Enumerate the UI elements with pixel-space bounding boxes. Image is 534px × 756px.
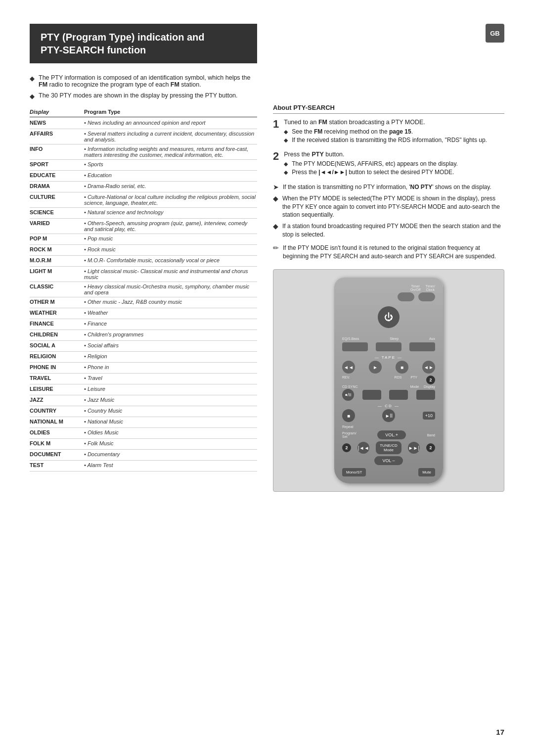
row-display-22: LEISURE	[30, 386, 84, 392]
pencil-notes: ✏ If the PTY MODE isn't found it is retu…	[273, 244, 504, 261]
cd-play-btn[interactable]: ►II	[382, 409, 395, 422]
row-type-29: • Alarm Test	[84, 462, 257, 468]
pty-btn[interactable]	[416, 390, 435, 400]
row-display-0: NEWS	[30, 120, 84, 126]
tape-label: — TAPE —	[342, 355, 435, 360]
mode-label: Mode	[410, 385, 419, 388]
row-display-17: CHILDREN	[30, 331, 84, 337]
aux-btn[interactable]	[409, 342, 435, 351]
cd-sync-label: CD SYNC	[342, 385, 358, 388]
arrow-icon-1: ➤	[273, 183, 279, 191]
table-row: DRAMA • Drama-Radio serial, etc.	[30, 182, 257, 192]
power-button[interactable]: ⏻	[378, 306, 400, 328]
tune-cd-mode-btn[interactable]: TUNE/CDMode	[376, 441, 401, 454]
row-display-18: SOCIAL A	[30, 342, 84, 348]
row-type-0: • News including an announced opinion an…	[84, 120, 257, 126]
row-type-17: • Children's programmes	[84, 331, 257, 337]
mono-st-btn[interactable]: Mono/ST	[342, 468, 366, 476]
tape-fwd-btn[interactable]: ◄►	[422, 361, 435, 374]
row-display-12: LIGHT M	[30, 268, 84, 274]
row-type-10: • Rock music	[84, 246, 257, 252]
timer-on-off-label: TimerOn/Off	[410, 284, 421, 291]
row-display-1: AFFAIRS	[30, 131, 84, 137]
page-number: 17	[496, 728, 504, 736]
row-display-14: OTHER M	[30, 299, 84, 305]
sleep-btn[interactable]	[376, 342, 401, 351]
table-row: VARIED • Others-Speech, amusing program …	[30, 219, 257, 234]
skip-back-btn[interactable]: |◄◄	[357, 442, 369, 454]
row-type-16: • Finance	[84, 321, 257, 327]
tape-rew-btn[interactable]: ◄◄	[342, 361, 355, 374]
intro-item-2: ◆ The 30 PTY modes are shown in the disp…	[30, 92, 257, 100]
table-row: RELIGION • Religion	[30, 352, 257, 363]
step-1: 1 Tuned to an FM station broadcasting a …	[273, 119, 504, 145]
note-arrow-2: ◆ When the PTY MODE is selected(The PTY …	[273, 194, 504, 219]
row-display-16: FINANCE	[30, 321, 84, 327]
aux-label: Aux	[429, 337, 435, 340]
note-arrow-3: ◆ If a station found broadcasting requir…	[273, 222, 504, 239]
arrow-icon-3: ◆	[273, 222, 278, 230]
intro-section: ◆ The PTY information is composed of an …	[30, 74, 257, 100]
row-display-7: SCIENCE	[30, 209, 84, 215]
row-display-5: DRAMA	[30, 183, 84, 189]
eq-bass-btn[interactable]	[342, 342, 368, 351]
vol-minus-btn[interactable]: VOL –	[374, 456, 402, 465]
table-row: CLASSIC • Heavy classical music-Orchestr…	[30, 282, 257, 297]
table-row: DOCUMENT • Documentary	[30, 450, 257, 461]
sleep-label: Sleep	[390, 337, 399, 340]
row-display-19: RELIGION	[30, 353, 84, 359]
table-row: M.O.R.M • M.O.R- Comfortable music, occa…	[30, 256, 257, 267]
row-type-8: • Others-Speech, amusing program (quiz, …	[84, 220, 257, 232]
table-row: NEWS • News including an announced opini…	[30, 118, 257, 129]
page: GB PTY (Program Type) indication and PTY…	[0, 0, 534, 756]
plus10-btn[interactable]: +10	[423, 412, 435, 420]
row-type-21: • Travel	[84, 375, 257, 381]
table-row: NATIONAL M • National Music	[30, 417, 257, 428]
repeat-label: Repeat	[342, 425, 435, 428]
cd-sync-rec-btn[interactable]: ●/II	[342, 389, 354, 401]
table-row: TEST • Alarm Test	[30, 461, 257, 472]
row-display-29: TEST	[30, 462, 84, 468]
step1-bullet2-icon: ◆	[284, 137, 288, 143]
table-row: COUNTRY • Country Music	[30, 406, 257, 417]
row-type-3: • Sports	[84, 161, 257, 167]
row-display-25: NATIONAL M	[30, 419, 84, 425]
row-type-13: • Heavy classical music-Orchestra music,…	[84, 284, 257, 295]
cd-stop-btn[interactable]: ■	[342, 409, 355, 422]
mode-btn[interactable]	[362, 390, 381, 400]
row-display-21: TRAVEL	[30, 375, 84, 381]
row-type-24: • Country Music	[84, 408, 257, 414]
row-display-23: JAZZ	[30, 397, 84, 403]
row-display-15: WEATHER	[30, 310, 84, 316]
row-type-12: • Light classical music- Classical music…	[84, 268, 257, 280]
table-row: EDUCATE • Education	[30, 171, 257, 182]
gb-badge: GB	[486, 24, 504, 43]
skip-fwd-btn[interactable]: ►►|	[408, 442, 420, 454]
step-2: 2 Press the PTY button. ◆ The PTY MODE(N…	[273, 151, 504, 177]
row-type-23: • Jazz Music	[84, 397, 257, 403]
rev-label: REV.	[342, 376, 350, 384]
timer-on-off-btn[interactable]	[398, 292, 414, 301]
row-type-14: • Other music - Jazz, R&B country music	[84, 299, 257, 305]
tape-stop-btn[interactable]: ■	[396, 361, 408, 374]
page-title: PTY (Program Type) indication and PTY-SE…	[41, 31, 246, 56]
rds-label: RDS	[395, 376, 402, 384]
timer-clock-btn[interactable]	[418, 292, 435, 301]
tape-play-btn[interactable]: ►	[369, 361, 382, 374]
about-section: About PTY-SEARCH 1 Tuned to an FM statio…	[273, 104, 504, 260]
row-type-7: • Natural science and technology	[84, 209, 257, 215]
remote-control: TimerOn/Off Timer/Clock ⏻ EQ/S.Bass	[334, 278, 443, 483]
vol-plus-btn[interactable]: VOL.+	[377, 430, 406, 439]
row-type-25: • National Music	[84, 419, 257, 425]
table-row: SCIENCE • Natural science and technology	[30, 208, 257, 219]
right-column: About PTY-SEARCH 1 Tuned to an FM statio…	[257, 74, 504, 492]
table-row: SOCIAL A • Social affairs	[30, 341, 257, 352]
badge-2-left: 2	[342, 443, 351, 452]
row-type-11: • M.O.R- Comfortable music, occasionally…	[84, 257, 257, 263]
display-btn[interactable]	[389, 390, 408, 400]
row-type-15: • Weather	[84, 310, 257, 316]
intro-item-1: ◆ The PTY information is composed of an …	[30, 74, 257, 88]
mute-btn[interactable]: Mute	[418, 468, 435, 476]
table-row: PHONE IN • Phone in	[30, 363, 257, 374]
row-display-3: SPORT	[30, 161, 84, 167]
